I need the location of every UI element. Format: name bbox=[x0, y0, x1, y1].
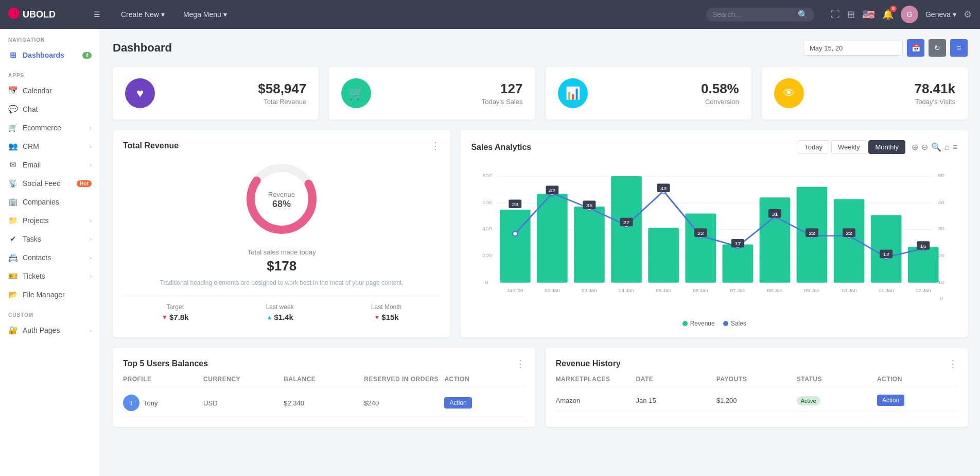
sidebar-item-tasks[interactable]: ✔ Tasks › bbox=[0, 230, 100, 248]
sidebar-item-ecommerce[interactable]: 🛒 Ecommerce › bbox=[0, 118, 100, 137]
donut-chart: Revenue 68% bbox=[123, 158, 440, 240]
sidebar-item-crm[interactable]: 👥 CRM › bbox=[0, 137, 100, 156]
revenue-history-title: Revenue History bbox=[556, 359, 621, 368]
svg-text:Jan '00: Jan '00 bbox=[507, 288, 523, 293]
sidebar-item-socialfeed[interactable]: 📡 Social Feed Hot bbox=[0, 174, 100, 193]
svg-text:09 Jan: 09 Jan bbox=[804, 288, 820, 293]
svg-text:20: 20 bbox=[938, 253, 945, 258]
sidebar-item-filemanager[interactable]: 📂 File Manager bbox=[0, 285, 100, 304]
card-menu-button[interactable]: ⋮ bbox=[948, 358, 957, 369]
donut-svg: Revenue 68% bbox=[240, 158, 323, 240]
chevron-down-icon: ▾ bbox=[223, 10, 227, 19]
svg-rect-20 bbox=[500, 210, 531, 283]
sidebar-item-label: Chat bbox=[23, 105, 92, 113]
svg-text:10 Jan: 10 Jan bbox=[842, 288, 857, 293]
conversion-value: 0.58% bbox=[597, 81, 739, 97]
filemanager-icon: 📂 bbox=[8, 290, 18, 299]
main-content: Dashboard 📅 ↻ ≡ ♥ $58,947 Total Revenue … bbox=[100, 29, 980, 476]
topnav: 🅤 UBOLD ☰ Create New ▾ Mega Menu ▾ 🔍 ⛶ ⊞… bbox=[0, 0, 980, 29]
sidebar-item-calendar[interactable]: 📅 Calendar bbox=[0, 81, 100, 100]
sa-title: Sales Analytics bbox=[471, 143, 531, 152]
card-header: Total Revenue ⋮ bbox=[123, 140, 440, 151]
search-bar: 🔍 bbox=[706, 8, 814, 22]
arrow-down-icon: ▼ bbox=[162, 314, 168, 321]
user-menu[interactable]: Geneva ▾ bbox=[925, 10, 956, 19]
dashboard-header: Dashboard 📅 ↻ ≡ bbox=[113, 39, 968, 57]
sidebar-item-dashboards[interactable]: ⊞ Dashboards 4 bbox=[0, 46, 100, 64]
logo: 🅤 UBOLD bbox=[8, 8, 80, 21]
layout: NAVIGATION ⊞ Dashboards 4 APPS 📅 Calenda… bbox=[0, 29, 980, 476]
svg-text:40: 40 bbox=[938, 200, 945, 205]
sa-tabs: Today Weekly Monthly bbox=[798, 140, 905, 154]
svg-text:0: 0 bbox=[485, 280, 489, 285]
create-new-button[interactable]: Create New ▾ bbox=[116, 7, 170, 22]
zoom-out-icon[interactable]: ⊖ bbox=[921, 142, 928, 152]
hamburger-button[interactable]: ☰ bbox=[89, 7, 106, 22]
col-currency: Currency bbox=[203, 376, 284, 383]
tab-monthly[interactable]: Monthly bbox=[868, 140, 905, 154]
card-menu-button[interactable]: ⋮ bbox=[516, 358, 525, 369]
action-button[interactable]: Action bbox=[444, 397, 471, 409]
sidebar-item-tickets[interactable]: 🎫 Tickets › bbox=[0, 267, 100, 285]
svg-text:06 Jan: 06 Jan bbox=[693, 288, 709, 293]
chevron-right-icon: › bbox=[90, 143, 92, 149]
ecommerce-icon: 🛒 bbox=[8, 123, 18, 132]
chevron-right-icon: › bbox=[90, 162, 92, 168]
visits-value: 78.41k bbox=[813, 81, 955, 97]
home-icon[interactable]: ⌂ bbox=[944, 143, 950, 152]
refresh-button[interactable]: ↻ bbox=[929, 39, 946, 57]
col-profile: Profile bbox=[123, 376, 203, 383]
sales-legend-label: Sales bbox=[731, 320, 746, 327]
svg-text:Revenue: Revenue bbox=[268, 191, 295, 198]
visits-label: Today's Visits bbox=[813, 98, 955, 106]
lastmonth-value: ▼ $15k bbox=[371, 313, 401, 321]
zoom-in-icon[interactable]: ⊕ bbox=[912, 142, 918, 152]
apps-section-label: APPS bbox=[0, 64, 100, 81]
calendar-button[interactable]: 📅 bbox=[907, 39, 924, 57]
cell-action: Action bbox=[444, 397, 524, 409]
status-badge: Active bbox=[797, 396, 820, 405]
header-actions: 📅 ↻ ≡ bbox=[803, 39, 968, 57]
table-header: Marketplaces Date Payouts Status Action bbox=[556, 376, 958, 387]
tab-today[interactable]: Today bbox=[798, 140, 829, 154]
svg-rect-23 bbox=[611, 176, 642, 283]
sidebar-item-authpages[interactable]: 🔐 Auth Pages › bbox=[0, 321, 100, 339]
svg-text:68%: 68% bbox=[272, 199, 291, 209]
sa-legend: Revenue Sales bbox=[471, 320, 957, 327]
notifications-button[interactable]: 🔔 9 bbox=[882, 9, 894, 20]
bottom-row: Top 5 Users Balances ⋮ Profile Currency … bbox=[113, 348, 968, 427]
fullscreen-button[interactable]: ⛶ bbox=[831, 9, 840, 20]
avatar: G bbox=[901, 6, 918, 23]
tab-weekly[interactable]: Weekly bbox=[831, 140, 866, 154]
revenue-icon-circle: ♥ bbox=[125, 78, 155, 108]
chevron-right-icon: › bbox=[90, 217, 92, 224]
stat-card-conversion: 📊 0.58% Conversion bbox=[546, 67, 751, 120]
sidebar-item-projects[interactable]: 📁 Projects › bbox=[0, 211, 100, 230]
menu-icon[interactable]: ≡ bbox=[953, 143, 957, 152]
top5-users-card: Top 5 Users Balances ⋮ Profile Currency … bbox=[113, 348, 535, 427]
card-header: Top 5 Users Balances ⋮ bbox=[123, 358, 525, 369]
lastmonth-label: Last Month bbox=[371, 303, 401, 311]
grid-button[interactable]: ⊞ bbox=[847, 9, 855, 20]
conversion-icon-circle: 📊 bbox=[558, 78, 588, 108]
mega-menu-button[interactable]: Mega Menu ▾ bbox=[178, 7, 232, 22]
settings-button[interactable]: ⚙ bbox=[964, 9, 972, 20]
sales-info: 127 Today's Sales bbox=[380, 81, 522, 106]
date-input[interactable] bbox=[803, 41, 903, 56]
card-menu-button[interactable]: ⋮ bbox=[431, 140, 440, 151]
stat-card-revenue: ♥ $58,947 Total Revenue bbox=[113, 67, 319, 120]
sidebar-item-companies[interactable]: 🏢 Companies bbox=[0, 193, 100, 211]
sidebar-item-email[interactable]: ✉ Email › bbox=[0, 156, 100, 174]
sidebar-item-chat[interactable]: 💬 Chat bbox=[0, 100, 100, 118]
action-button[interactable]: Action bbox=[877, 395, 904, 406]
authpages-icon: 🔐 bbox=[8, 326, 18, 335]
search-icon[interactable]: 🔍 bbox=[931, 142, 941, 152]
revenue-legend-label: Revenue bbox=[690, 320, 715, 327]
col-status: Status bbox=[797, 376, 877, 383]
sidebar-item-contacts[interactable]: 📇 Contacts › bbox=[0, 248, 100, 267]
search-input[interactable] bbox=[712, 10, 795, 19]
dashboards-badge: 4 bbox=[82, 52, 92, 59]
filter-button[interactable]: ≡ bbox=[950, 39, 968, 57]
chevron-right-icon: › bbox=[90, 327, 92, 333]
target-stat: Target ▼ $7.8k bbox=[162, 303, 188, 321]
